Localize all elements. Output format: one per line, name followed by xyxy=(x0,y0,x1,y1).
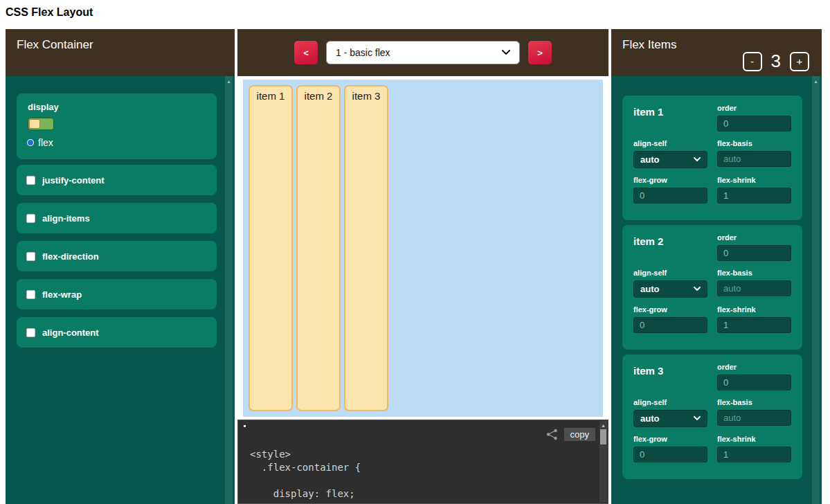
item-1-flex-shrink-input[interactable] xyxy=(717,188,791,204)
item-1-name: item 1 xyxy=(633,104,707,132)
code-toolbar: copy xyxy=(546,428,595,441)
item-3-card: item 3 order align-self auto flex-basis xyxy=(622,354,802,479)
item-3-order-input[interactable] xyxy=(717,375,791,390)
flex-shrink-label: flex-shrink xyxy=(717,305,791,314)
preview-section: item 1 item 2 item 3 xyxy=(237,76,608,418)
flex-wrap-checkbox[interactable] xyxy=(26,290,35,299)
align-self-label: align-self xyxy=(633,269,707,277)
page-title: CSS Flex Layout xyxy=(6,6,93,19)
item-2-flex-basis-input[interactable] xyxy=(717,280,791,296)
prop-card-align-content[interactable]: align-content xyxy=(17,317,217,348)
code-scroll-up-icon[interactable]: ▲ xyxy=(599,421,607,428)
item-2-align-self-select[interactable]: auto xyxy=(633,280,707,298)
preview-item-2: item 2 xyxy=(296,85,341,411)
flex-radio[interactable] xyxy=(28,140,33,145)
item-2-flex-grow-input[interactable] xyxy=(633,317,707,333)
add-item-button[interactable]: + xyxy=(790,52,809,71)
toggle-knob-icon xyxy=(29,119,40,129)
display-card: display flex xyxy=(17,93,217,159)
align-self-value: auto xyxy=(640,413,659,424)
code-block: <style> .flex-container { display: flex;… xyxy=(237,420,608,504)
justify-content-checkbox[interactable] xyxy=(26,176,35,185)
flex-shrink-label: flex-shrink xyxy=(717,435,791,443)
flex-basis-label: flex-basis xyxy=(717,269,791,277)
chevron-down-icon xyxy=(502,50,510,55)
order-label: order xyxy=(717,363,791,371)
item-3-flex-shrink-input[interactable] xyxy=(717,447,791,462)
item-1-order-input[interactable] xyxy=(717,116,791,132)
order-label: order xyxy=(717,104,791,112)
align-self-value: auto xyxy=(640,154,659,165)
item-3-align-self-select[interactable]: auto xyxy=(633,410,707,427)
justify-content-label: justify-content xyxy=(42,175,105,186)
display-radio-row: flex xyxy=(28,137,206,148)
preview-item-3: item 3 xyxy=(344,85,388,411)
align-self-label: align-self xyxy=(633,398,707,406)
flex-wrap-label: flex-wrap xyxy=(42,289,82,300)
flex-container-title: Flex Container xyxy=(17,38,93,52)
item-3-flex-basis-input[interactable] xyxy=(717,410,791,426)
align-self-value: auto xyxy=(640,284,659,294)
item-1-align-self-select[interactable]: auto xyxy=(633,151,707,168)
item-2-order-input[interactable] xyxy=(717,245,791,261)
flex-basis-label: flex-basis xyxy=(717,398,791,406)
prop-card-flex-wrap[interactable]: flex-wrap xyxy=(17,279,217,309)
flex-direction-checkbox[interactable] xyxy=(26,252,35,261)
item-1-flex-grow-input[interactable] xyxy=(633,188,707,204)
item-1-card: item 1 order align-self auto flex-basis xyxy=(622,96,802,220)
prev-preset-button[interactable]: < xyxy=(294,41,318,64)
display-label: display xyxy=(28,102,206,112)
align-content-label: align-content xyxy=(42,327,99,338)
scroll-up-icon[interactable]: ▲ xyxy=(812,76,820,84)
prop-card-align-items[interactable]: align-items xyxy=(17,203,217,233)
align-content-checkbox[interactable] xyxy=(26,328,35,337)
item-2-name: item 2 xyxy=(633,233,707,261)
right-panel-scrollbar[interactable]: ▲ xyxy=(812,76,820,504)
code-caret-dot xyxy=(244,425,246,427)
flex-radio-label: flex xyxy=(38,137,53,148)
flex-container-body: ▲ display flex justify-content align-ite… xyxy=(6,76,235,504)
flex-basis-label: flex-basis xyxy=(717,139,791,147)
align-items-checkbox[interactable] xyxy=(26,214,35,223)
preview-item-1: item 1 xyxy=(249,85,293,411)
item-3-flex-grow-input[interactable] xyxy=(633,447,707,462)
flex-grow-label: flex-grow xyxy=(633,176,707,184)
flex-grow-label: flex-grow xyxy=(633,435,707,443)
code-scrollbar[interactable]: ▲ xyxy=(599,421,607,503)
flex-items-body: ▲ item 1 order align-self auto flex- xyxy=(611,76,822,504)
share-icon[interactable] xyxy=(546,429,558,440)
next-preset-button[interactable]: > xyxy=(528,41,552,64)
preset-select[interactable]: 1 - basic flex xyxy=(326,41,520,64)
scroll-up-icon[interactable]: ▲ xyxy=(225,76,233,84)
left-panel-scrollbar[interactable]: ▲ xyxy=(225,76,233,504)
item-1-flex-basis-input[interactable] xyxy=(717,151,791,167)
item-2-card: item 2 order align-self auto flex-basis xyxy=(622,225,802,350)
flex-items-panel: Flex Items - 3 + ▲ item 1 order align-se… xyxy=(611,29,822,504)
order-label: order xyxy=(717,233,791,242)
code-scroll-thumb[interactable] xyxy=(600,429,606,444)
prop-card-justify-content[interactable]: justify-content xyxy=(17,165,217,195)
preset-select-value: 1 - basic flex xyxy=(336,47,390,58)
item-count: 3 xyxy=(771,51,781,72)
copy-button[interactable]: copy xyxy=(564,428,595,441)
flex-container-panel: Flex Container ▲ display flex justify-co… xyxy=(6,29,235,504)
chevron-down-icon xyxy=(694,287,701,291)
item-count-controls: - 3 + xyxy=(743,51,809,72)
align-items-label: align-items xyxy=(42,213,90,224)
display-toggle[interactable] xyxy=(28,118,54,130)
flex-items-header: Flex Items - 3 + xyxy=(611,29,822,76)
preview-panel: < 1 - basic flex > item 1 item 2 item 3 … xyxy=(237,29,608,504)
align-self-label: align-self xyxy=(633,139,707,147)
preset-header: < 1 - basic flex > xyxy=(237,29,608,76)
chevron-down-icon xyxy=(694,157,701,162)
item-3-name: item 3 xyxy=(633,363,707,390)
flex-shrink-label: flex-shrink xyxy=(717,176,791,184)
flex-direction-label: flex-direction xyxy=(42,251,99,262)
prop-card-flex-direction[interactable]: flex-direction xyxy=(17,241,217,271)
item-2-flex-shrink-input[interactable] xyxy=(717,317,791,333)
flex-container-preview: item 1 item 2 item 3 xyxy=(243,80,603,417)
flex-grow-label: flex-grow xyxy=(633,305,707,314)
remove-item-button[interactable]: - xyxy=(743,52,762,71)
chevron-down-icon xyxy=(694,416,701,421)
flex-items-title: Flex Items xyxy=(622,38,676,52)
